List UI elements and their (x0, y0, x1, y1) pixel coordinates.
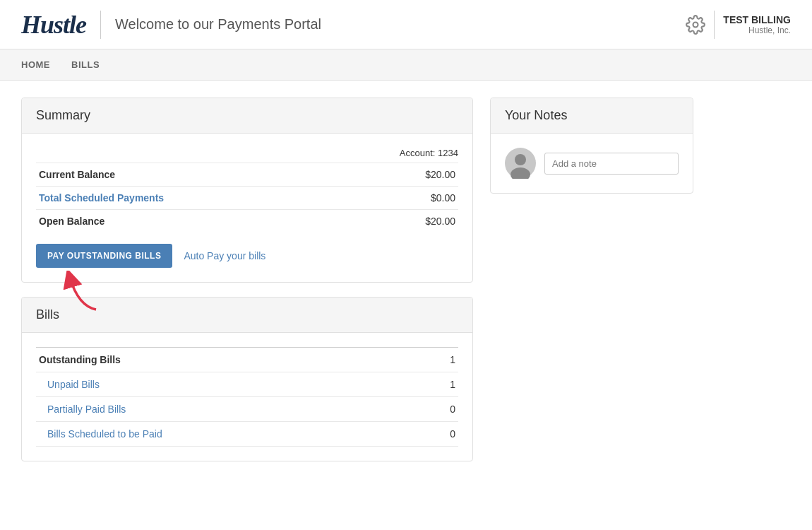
table-row: Open Balance $20.00 (36, 210, 458, 233)
scheduled-bills-count: 0 (430, 422, 458, 447)
summary-actions: PAY OUTSTANDING BILLS Auto Pay your bill… (36, 244, 458, 268)
gear-icon[interactable] (686, 15, 705, 35)
header: Hustle Welcome to our Payments Portal TE… (0, 0, 812, 49)
table-row: Partially Paid Bills 0 (36, 397, 458, 422)
open-balance-value: $20.00 (402, 210, 458, 233)
open-balance-label: Open Balance (36, 210, 402, 233)
notes-title: Your Notes (505, 108, 679, 123)
logo: Hustle (21, 10, 86, 40)
summary-table: Current Balance $20.00 Total Scheduled P… (36, 163, 458, 232)
summary-card-header: Summary (22, 98, 472, 134)
svg-point-3 (515, 154, 526, 165)
main-content: Summary Account: 1234 Current Balance $2… (0, 81, 812, 493)
add-note-input[interactable] (544, 153, 679, 175)
account-label: Account: (400, 148, 436, 158)
auto-pay-link[interactable]: Auto Pay your bills (184, 250, 265, 261)
user-name: TEST BILLING (723, 14, 791, 25)
notes-card-header: Your Notes (491, 98, 693, 134)
nav-item-home[interactable]: HOME (21, 51, 50, 78)
table-row: Unpaid Bills 1 (36, 372, 458, 397)
bills-table: Outstanding Bills 1 Unpaid Bills 1 Parti… (36, 347, 458, 447)
notes-card-body (491, 134, 693, 193)
summary-card-body: Account: 1234 Current Balance $20.00 Tot… (22, 134, 472, 282)
bills-title: Bills (36, 307, 458, 322)
table-row: Bills Scheduled to be Paid 0 (36, 422, 458, 447)
table-row: Outstanding Bills 1 (36, 348, 458, 372)
header-right-divider (714, 11, 715, 39)
scheduled-payments-label[interactable]: Total Scheduled Payments (36, 187, 402, 210)
nav-item-bills[interactable]: BILLS (71, 51, 100, 78)
notes-card: Your Notes (490, 98, 693, 194)
header-right: TEST BILLING Hustle, Inc. (686, 11, 791, 39)
unpaid-bills-count: 1 (430, 372, 458, 397)
partially-paid-bills-count: 0 (430, 397, 458, 422)
outstanding-bills-label: Outstanding Bills (36, 348, 430, 372)
nav: HOME BILLS (0, 49, 812, 81)
right-column: Your Notes (490, 98, 693, 476)
partially-paid-bills-link[interactable]: Partially Paid Bills (36, 397, 430, 422)
svg-point-0 (693, 22, 698, 27)
account-line: Account: 1234 (36, 148, 458, 158)
summary-card: Summary Account: 1234 Current Balance $2… (21, 98, 473, 283)
table-row: Current Balance $20.00 (36, 163, 458, 187)
outstanding-bills-count: 1 (430, 348, 458, 372)
header-divider (100, 11, 101, 39)
summary-title: Summary (36, 108, 458, 123)
account-number: 1234 (438, 148, 458, 158)
scheduled-bills-link[interactable]: Bills Scheduled to be Paid (36, 422, 430, 447)
user-company: Hustle, Inc. (723, 25, 791, 35)
bills-card-body: Outstanding Bills 1 Unpaid Bills 1 Parti… (22, 333, 472, 461)
scheduled-payments-value: $0.00 (402, 187, 458, 210)
unpaid-bills-link[interactable]: Unpaid Bills (36, 372, 430, 397)
avatar-icon (505, 148, 536, 179)
header-title: Welcome to our Payments Portal (115, 16, 686, 33)
left-column: Summary Account: 1234 Current Balance $2… (21, 98, 473, 476)
pay-outstanding-button[interactable]: PAY OUTSTANDING BILLS (36, 244, 172, 268)
current-balance-label: Current Balance (36, 163, 402, 187)
bills-card-header: Bills (22, 298, 472, 333)
current-balance-value: $20.00 (402, 163, 458, 187)
table-row: Total Scheduled Payments $0.00 (36, 187, 458, 210)
bills-card: Bills Outstanding Bills 1 Unpaid Bills 1… (21, 297, 473, 461)
user-info: TEST BILLING Hustle, Inc. (723, 14, 791, 35)
